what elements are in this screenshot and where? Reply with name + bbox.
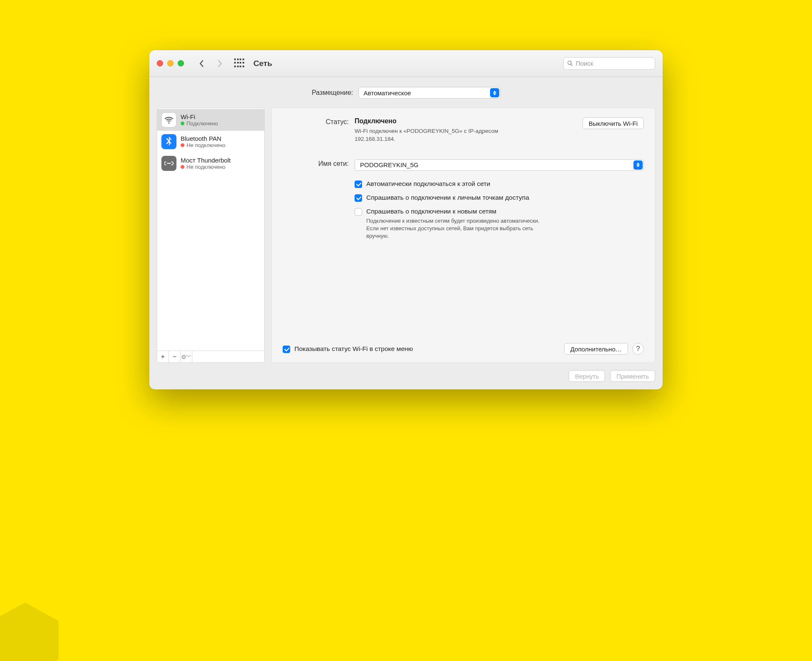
decorative-hexagon (0, 598, 67, 661)
location-select[interactable]: Автоматическое (358, 87, 500, 99)
interface-actions-menu[interactable]: ⊙﹀ (181, 351, 192, 362)
status-dot-icon (181, 143, 184, 147)
apply-button[interactable]: Применить (610, 370, 655, 382)
auto-join-checkbox-row[interactable]: Автоматически подключаться к этой сети (355, 180, 644, 188)
titlebar: Сеть Поиск (149, 50, 663, 77)
location-value: Автоматическое (364, 89, 411, 97)
traffic-lights (157, 60, 184, 66)
status-label: Статус: (283, 117, 349, 143)
checkbox[interactable] (355, 181, 362, 188)
show-all-icon[interactable] (234, 58, 244, 69)
interface-name: Wi-Fi (181, 113, 218, 120)
detail-pane: Статус: Подключено Wi-Fi подключен к «PO… (271, 108, 655, 363)
checkbox[interactable] (355, 208, 362, 216)
status-dot-icon (181, 122, 184, 125)
sidebar-item-thunderbolt-bridge[interactable]: Мост Thunderbolt Не подключено (157, 153, 264, 174)
status-description: Wi-Fi подключен к «PODOGREYKIN_5G» с IP-… (355, 127, 539, 143)
preferences-window: Сеть Поиск Размещение: Автоматическое (149, 50, 663, 389)
ask-new-networks-checkbox-row[interactable]: Спрашивать о подключении к новым сетям П… (355, 208, 644, 240)
interface-list: Wi-Fi Подключено Bluetooth PAN (157, 108, 264, 351)
checkbox[interactable] (355, 194, 362, 202)
wifi-toggle-button[interactable]: Выключить Wi-Fi (582, 117, 644, 129)
minimize-button[interactable] (167, 60, 174, 66)
window-footer: Вернуть Применить (157, 370, 655, 382)
interface-name: Мост Thunderbolt (181, 157, 231, 164)
chevron-updown-icon (633, 160, 643, 170)
advanced-button[interactable]: Дополнительно… (564, 343, 628, 355)
status-dot-icon (181, 165, 184, 169)
checkbox[interactable] (283, 346, 290, 353)
forward-button[interactable] (213, 57, 227, 70)
status-value: Подключено (355, 117, 575, 125)
checkbox-label: Автоматически подключаться к этой сети (366, 180, 490, 188)
search-icon (567, 60, 573, 66)
search-input[interactable]: Поиск (563, 57, 655, 70)
location-row: Размещение: Автоматическое (157, 87, 655, 99)
interface-status: Подключено (181, 120, 218, 127)
thunderbolt-bridge-icon (161, 156, 176, 171)
svg-marker-0 (0, 603, 59, 661)
location-label: Размещение: (312, 89, 353, 97)
revert-button[interactable]: Вернуть (569, 370, 605, 382)
network-name-value: PODOGREYKIN_5G (360, 161, 419, 168)
interface-name: Bluetooth PAN (181, 135, 225, 142)
interface-status: Не подключено (181, 164, 231, 170)
window-title: Сеть (253, 59, 272, 68)
interfaces-sidebar: Wi-Fi Подключено Bluetooth PAN (157, 108, 265, 363)
search-placeholder: Поиск (576, 60, 593, 67)
back-button[interactable] (195, 57, 208, 70)
sidebar-item-bluetooth-pan[interactable]: Bluetooth PAN Не подключено (157, 131, 264, 153)
checkbox-label: Спрашивать о подключении к новым сетям (366, 208, 546, 215)
bluetooth-icon (161, 134, 176, 149)
help-button[interactable]: ? (632, 343, 644, 355)
sidebar-item-wifi[interactable]: Wi-Fi Подключено (157, 109, 264, 131)
show-status-menubar-checkbox-row[interactable]: Показывать статус Wi-Fi в строке меню (283, 345, 560, 353)
wifi-icon (161, 112, 176, 127)
remove-interface-button[interactable]: − (169, 351, 181, 362)
add-interface-button[interactable]: + (157, 351, 169, 362)
checkbox-description: Подключение к известным сетям будет прои… (366, 217, 546, 240)
checkbox-label: Показывать статус Wi-Fi в строке меню (294, 345, 413, 353)
network-name-label: Имя сети: (283, 159, 349, 171)
network-name-select[interactable]: PODOGREYKIN_5G (355, 159, 644, 171)
interface-status: Не подключено (181, 142, 225, 148)
ask-hotspot-checkbox-row[interactable]: Спрашивать о подключении к личным точкам… (355, 194, 644, 202)
chevron-updown-icon (490, 88, 499, 97)
zoom-button[interactable] (178, 60, 184, 66)
sidebar-footer: + − ⊙﹀ (157, 351, 264, 362)
checkbox-label: Спрашивать о подключении к личным точкам… (366, 194, 529, 201)
close-button[interactable] (157, 60, 163, 66)
